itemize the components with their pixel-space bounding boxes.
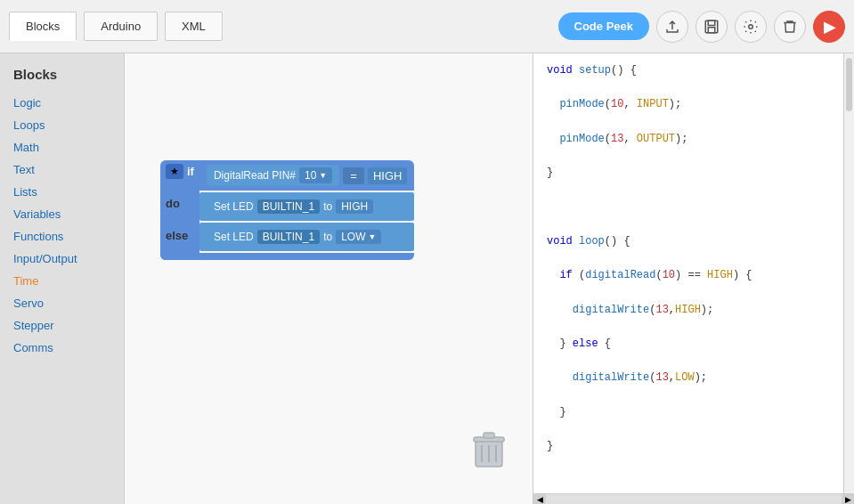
svg-point-3 bbox=[749, 24, 753, 28]
pin-value: 10 bbox=[305, 169, 316, 182]
play-icon: ▶ bbox=[824, 17, 836, 37]
sidebar-item-stepper[interactable]: Stepper bbox=[0, 315, 124, 336]
high-val-block[interactable]: HIGH bbox=[336, 199, 373, 214]
code-line: pinMode(10, INPUT); bbox=[547, 96, 841, 113]
code-hscroll-right[interactable]: ▶ bbox=[842, 494, 854, 505]
sidebar-item-variables[interactable]: Variables bbox=[0, 204, 124, 224]
sidebar-item-comms[interactable]: Comms bbox=[0, 337, 124, 358]
app-container: Blocks Arduino XML Code Peek bbox=[0, 0, 854, 504]
code-peek-button[interactable]: Code Peek bbox=[558, 12, 649, 40]
svg-rect-2 bbox=[708, 27, 715, 32]
if-label: if bbox=[187, 165, 194, 178]
upload-button[interactable] bbox=[656, 11, 688, 43]
do-label: do bbox=[166, 193, 194, 214]
sidebar: Blocks Logic Loops Math Text Lists Varia… bbox=[0, 53, 125, 504]
tab-blocks[interactable]: Blocks bbox=[9, 12, 77, 41]
canvas-area: ★ if do else bbox=[125, 53, 533, 504]
code-line: digitalWrite(13,HIGH); bbox=[547, 302, 841, 319]
sidebar-title: Blocks bbox=[0, 67, 124, 91]
dropdown-arrow-pin: ▼ bbox=[319, 171, 327, 180]
svg-rect-1 bbox=[708, 20, 715, 25]
code-line: } bbox=[547, 404, 841, 421]
sidebar-item-lists[interactable]: Lists bbox=[0, 182, 124, 202]
eq-sign: = bbox=[350, 169, 357, 183]
code-line: } bbox=[547, 438, 841, 455]
trash-icon bbox=[782, 19, 798, 35]
builtin-dropdown-high[interactable]: BUILTIN_1 bbox=[257, 199, 320, 214]
low-dropdown-arrow: ▼ bbox=[368, 232, 376, 241]
sidebar-item-servo[interactable]: Servo bbox=[0, 293, 124, 313]
set-led-low-block: Set LED BUILTIN_1 to LOW ▼ bbox=[207, 226, 388, 248]
code-hscroll[interactable]: ◀ ▶ bbox=[533, 493, 854, 504]
code-panel: void setup() { pinMode(10, INPUT); pinMo… bbox=[533, 53, 854, 504]
code-hscroll-left[interactable]: ◀ bbox=[533, 494, 546, 505]
sidebar-item-math[interactable]: Math bbox=[0, 137, 124, 158]
pin-dropdown[interactable]: 10 ▼ bbox=[299, 167, 332, 183]
upload-icon bbox=[664, 19, 680, 35]
sidebar-item-inputoutput[interactable]: Input/Output bbox=[0, 248, 124, 269]
top-bar: Blocks Arduino XML Code Peek bbox=[0, 0, 854, 53]
sidebar-item-time[interactable]: Time bbox=[0, 271, 124, 291]
set-led-high-block: Set LED BUILTIN_1 to HIGH bbox=[207, 196, 380, 217]
gear-icon bbox=[743, 19, 759, 35]
set-label: Set LED bbox=[214, 200, 254, 213]
main-content: Blocks Logic Loops Math Text Lists Varia… bbox=[0, 53, 854, 504]
block-group: ★ if do else bbox=[160, 160, 414, 262]
builtin-value-low: BUILTIN_1 bbox=[263, 231, 314, 243]
digitalread-label: DigitalRead PIN# bbox=[214, 169, 296, 182]
set-label-low: Set LED bbox=[214, 231, 254, 243]
high-dropdown[interactable]: HIGH bbox=[368, 167, 408, 184]
canvas-inner: ★ if do else bbox=[125, 53, 533, 504]
high-val-text: HIGH bbox=[341, 200, 368, 213]
star-button[interactable]: ★ bbox=[166, 164, 183, 179]
condition-block: DigitalRead PIN# 10 ▼ bbox=[207, 165, 339, 186]
to-label-high: to bbox=[323, 200, 332, 213]
save-button[interactable] bbox=[695, 11, 728, 43]
code-line: void loop() { bbox=[547, 233, 841, 250]
run-button[interactable]: ▶ bbox=[813, 11, 845, 43]
builtin-value-high: BUILTIN_1 bbox=[263, 200, 314, 213]
high-value: HIGH bbox=[373, 169, 403, 183]
tab-xml[interactable]: XML bbox=[165, 12, 223, 41]
sidebar-item-functions[interactable]: Functions bbox=[0, 226, 124, 247]
tab-arduino[interactable]: Arduino bbox=[84, 12, 158, 41]
code-line: } bbox=[547, 165, 841, 182]
code-line: if (digitalRead(10) == HIGH) { bbox=[547, 267, 841, 284]
else-label: else bbox=[166, 225, 194, 246]
code-content: void setup() { pinMode(10, INPUT); pinMo… bbox=[533, 53, 854, 493]
code-line: pinMode(13, OUTPUT); bbox=[547, 131, 841, 148]
code-line bbox=[547, 199, 841, 216]
low-val-block[interactable]: LOW ▼ bbox=[336, 230, 381, 244]
code-line: void setup() { bbox=[547, 62, 841, 79]
low-val-text: LOW bbox=[341, 231, 365, 243]
code-scrollbar[interactable] bbox=[843, 53, 854, 493]
code-line: } else { bbox=[547, 336, 841, 353]
sidebar-item-text[interactable]: Text bbox=[0, 159, 124, 180]
sidebar-item-logic[interactable]: Logic bbox=[0, 93, 124, 113]
save-icon bbox=[704, 19, 720, 35]
settings-button[interactable] bbox=[735, 11, 767, 43]
builtin-dropdown-low[interactable]: BUILTIN_1 bbox=[257, 230, 320, 244]
eq-block: = bbox=[343, 167, 364, 184]
code-line: digitalWrite(13,LOW); bbox=[547, 370, 841, 386]
canvas-trash bbox=[472, 431, 506, 477]
svg-rect-6 bbox=[484, 433, 494, 438]
code-scrollbar-thumb[interactable] bbox=[846, 58, 852, 111]
to-label-low: to bbox=[323, 231, 332, 243]
sidebar-item-loops[interactable]: Loops bbox=[0, 115, 124, 135]
delete-button[interactable] bbox=[774, 11, 806, 43]
